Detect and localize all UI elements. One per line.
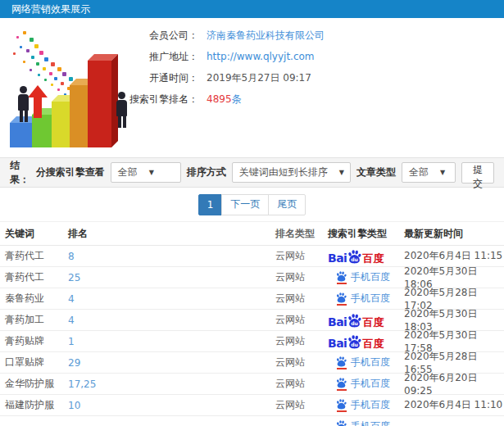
promo-url-label: 推广地址： [123,51,198,62]
baidu-pc-logo: Bai du 百度 [328,333,384,350]
open-time-value: 2019年5月27日 09:17 [207,72,311,84]
rank-type-cell: 云网站 [275,398,328,412]
baidu-mobile-logo: 手机百度 [336,377,390,391]
header-keyword: 关键词 [0,227,68,241]
title-bar: 网络营销效果展示 [0,0,504,18]
baidu-mobile-paw-icon [336,356,347,369]
page: 网络营销效果展示 会员公司： 济南秦鲁药业科技有限公司 推广地址： http:/… [0,0,504,426]
top-section: 会员公司： 济南秦鲁药业科技有限公司 推广地址： http://www.qlyy… [0,18,504,157]
rank-cell[interactable]: 25 [68,272,275,283]
table-row: 福建防护服 10 云网站 手机百度 2020年6月4日 11:10 [0,395,504,416]
svg-text:du: du [352,342,359,347]
pagination: 1 下一页 尾页 [0,188,504,221]
baidu-mobile-text: 手机百度 [351,292,390,306]
table-header-row: 关键词 排名 排名类型 搜索引擎类型 最新更新时间 [0,221,504,246]
baidu-mobile-underline [337,389,347,391]
engine-cell: 手机百度 [328,419,404,426]
baidu-mobile-underline [337,368,347,369]
header-updated: 最新更新时间 [404,227,504,241]
engine-rank-value: 4895条 [207,93,242,105]
page-1-button[interactable]: 1 [198,194,223,215]
keyword-cell: 膏药代工 [0,270,68,284]
baidu-mobile-logo: 手机百度 [336,419,390,426]
header-rank: 排名 [68,227,275,241]
engine-cell: 手机百度 [328,292,404,306]
engine-cell: Bai du 百度 [328,333,404,350]
baidu-mobile-underline [337,283,347,284]
info-row-open-time: 开通时间： 2019年5月27日 09:17 [123,72,325,84]
rank-type-cell: 云网站 [275,377,328,391]
company-label: 会员公司： [123,29,198,41]
baidu-mobile-text: 手机百度 [351,398,390,412]
rank-type-cell: 云网站 [275,334,328,348]
rank-count-unit: 条 [232,93,242,105]
engine-rank-label: 搜索引擎排名： [123,93,198,105]
info-row-rank-count: 搜索引擎排名： 4895条 [123,93,325,105]
table-row: 手机百度 [0,416,504,426]
baidu-pc-logo: Bai du 百度 [328,248,384,265]
baidu-logo-bai-text: Bai [328,316,347,329]
baidu-mobile-paw-icon [336,399,347,412]
keyword-cell: 秦鲁药业 [0,292,68,306]
engine-cell: 手机百度 [328,377,404,391]
baidu-logo-bai-text: Bai [328,338,347,350]
info-row-company: 会员公司： 济南秦鲁药业科技有限公司 [123,29,325,41]
svg-text:du: du [352,256,359,262]
promo-url-link[interactable]: http://www.qlyyjt.com [207,51,315,62]
baidu-logo-cn-text: 百度 [362,316,384,329]
last-page-button[interactable]: 尾页 [268,194,306,215]
table-row: 金华防护服 17,25 云网站 手机百度 2020年6月20日 09:25 [0,374,504,395]
next-page-button[interactable]: 下一页 [221,194,269,215]
info-row-url: 推广地址： http://www.qlyyjt.com [123,51,325,62]
engine-filter-select[interactable]: 全部 ▼ [111,162,181,183]
baidu-mobile-logo: 手机百度 [336,270,390,284]
rank-cell[interactable]: 10 [68,400,275,411]
article-type-label: 文章类型 [356,165,396,179]
baidu-logo-cn-text: 百度 [362,252,384,265]
header-engine-type: 搜索引擎类型 [328,227,404,241]
rank-cell[interactable]: 1 [68,336,275,347]
article-type-select[interactable]: 全部 ▼ [402,162,456,183]
svg-text:du: du [352,320,359,326]
member-info-panel: 会员公司： 济南秦鲁药业科技有限公司 推广地址： http://www.qlyy… [123,29,325,115]
article-type-selected: 全部 [409,165,429,179]
table-body: 膏药代工 8 云网站 Bai du 百度 2020年6月4日 11:15 膏药代… [0,246,504,426]
sort-selected: 关键词由短到长排序 [239,165,328,179]
baidu-mobile-logo: 手机百度 [336,292,390,306]
rank-cell[interactable]: 29 [68,357,275,369]
company-name-link[interactable]: 济南秦鲁药业科技有限公司 [207,29,325,41]
baidu-mobile-text: 手机百度 [351,419,390,426]
baidu-mobile-underline [337,410,347,412]
engine-filter-label: 分搜索引擎查看 [36,165,105,179]
chart-bar-red [88,61,111,147]
baidu-pc-logo: Bai du 百度 [328,312,384,329]
rank-cell[interactable]: 8 [68,251,275,262]
bar-chart-illustration [7,25,139,154]
rank-cell[interactable]: 4 [68,293,275,305]
submit-button[interactable]: 提交 [461,162,494,184]
baidu-mobile-paw-icon [336,292,347,306]
rank-cell[interactable]: 4 [68,315,275,326]
keyword-cell: 口罩贴牌 [0,356,68,369]
page-title: 网络营销效果展示 [11,3,90,15]
chart-bar-blue [10,123,33,147]
date-cell: 2020年6月4日 11:10 [404,398,504,412]
rank-type-cell: 云网站 [275,249,328,263]
rank-cell[interactable]: 17,25 [68,378,275,390]
baidu-mobile-logo: 手机百度 [336,398,390,412]
sort-select[interactable]: 关键词由短到长排序 ▼ [232,162,351,183]
keyword-cell: 福建防护服 [0,398,68,412]
chevron-down-icon: ▼ [339,169,344,176]
filter-bar: 结果： 分搜索引擎查看 全部 ▼ 排序方式 关键词由短到长排序 ▼ 文章类型 全… [0,157,504,188]
baidu-mobile-paw-icon [336,420,347,426]
engine-cell: Bai du 百度 [328,248,404,265]
date-cell: 2020年6月20日 09:25 [404,371,504,397]
rank-type-cell: 云网站 [275,313,328,327]
baidu-mobile-paw-icon [336,271,347,284]
baidu-paw-icon: du [347,335,361,351]
baidu-logo-cn-text: 百度 [362,338,384,350]
rank-type-cell: 云网站 [275,270,328,284]
date-cell: 2020年6月4日 11:15 [404,249,504,263]
baidu-mobile-text: 手机百度 [351,356,390,369]
baidu-logo-bai-text: Bai [328,252,347,265]
